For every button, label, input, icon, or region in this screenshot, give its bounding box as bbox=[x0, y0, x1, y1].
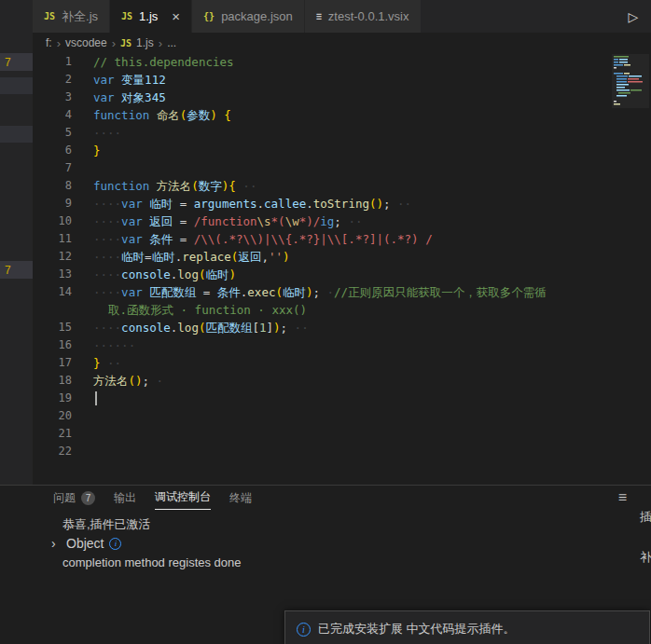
code-line[interactable]: ····var 匹配数组 = 条件.exec(临时); ·//正则原因只能获取一… bbox=[85, 283, 547, 301]
code-token: var bbox=[93, 73, 115, 87]
code-token: ) bbox=[229, 267, 236, 281]
line-number[interactable]: 2 bbox=[33, 71, 85, 89]
code-line[interactable]: function 命名(参数) { bbox=[85, 106, 231, 124]
panel-tab-terminal[interactable]: 终端 bbox=[229, 486, 252, 510]
line-number[interactable]: 3 bbox=[33, 89, 85, 106]
tab-label: package.json bbox=[221, 9, 293, 23]
line-number[interactable]: 20 bbox=[33, 407, 85, 425]
run-button[interactable]: ▷ bbox=[616, 0, 651, 33]
file-type-icon: ≡ bbox=[316, 11, 322, 21]
code-token: var bbox=[93, 90, 115, 104]
panel-tab-label: 终端 bbox=[229, 490, 252, 506]
code-line[interactable]: ····console.log(匹配数组[1]); ·· bbox=[85, 319, 309, 336]
breadcrumb-item[interactable]: vscodee bbox=[65, 36, 107, 49]
breadcrumb-item[interactable]: f: bbox=[46, 36, 52, 49]
tab-package-json[interactable]: {}package.json bbox=[192, 0, 305, 33]
code-token: · bbox=[149, 374, 163, 388]
console-object-row[interactable]: › Object i bbox=[51, 534, 651, 553]
console-text: 恭喜,插件已激活 bbox=[62, 516, 151, 533]
code-token: var bbox=[121, 232, 143, 246]
code-line[interactable]: } bbox=[85, 142, 101, 159]
line-number[interactable]: 15 bbox=[33, 319, 85, 336]
line-number[interactable]: 6 bbox=[33, 142, 85, 159]
panel-menu-icon[interactable]: ≡ bbox=[618, 489, 627, 505]
panel-tab-debug-console[interactable]: 调试控制台 bbox=[155, 486, 211, 510]
line-number[interactable] bbox=[33, 301, 85, 319]
panel-tab-output[interactable]: 输出 bbox=[114, 486, 136, 510]
code-line[interactable]: ····var 临时 = arguments.callee.toString()… bbox=[85, 195, 411, 212]
line-number[interactable]: 13 bbox=[33, 266, 85, 283]
line-number[interactable]: 11 bbox=[33, 230, 85, 248]
line-number[interactable]: 10 bbox=[33, 212, 85, 230]
vscode-window: 77 JS补全.jsJS1.js×{}package.json≡ztest-0.… bbox=[0, 0, 651, 644]
breadcrumb-item[interactable]: 1.js bbox=[136, 36, 154, 49]
code-token: ·· bbox=[287, 321, 309, 335]
tab-buquan-js[interactable]: JS补全.js bbox=[33, 0, 110, 33]
code-token: ] bbox=[267, 321, 274, 335]
code-line[interactable]: ····临时=临时.replace(返回,'') bbox=[85, 248, 290, 266]
tab-label: 1.js bbox=[139, 9, 158, 23]
code-line[interactable]: 方法名(); · bbox=[85, 372, 163, 390]
code-row: 15····console.log(匹配数组[1]); ·· bbox=[33, 319, 651, 336]
line-number[interactable]: 17 bbox=[33, 354, 85, 372]
code-row: 11····var 条件 = /\\(.*?\\)|\\{.*?}|\\[.*?… bbox=[33, 230, 651, 248]
code-line[interactable] bbox=[85, 390, 93, 407]
code-token: 匹配数组 bbox=[205, 321, 252, 335]
tab-1-js[interactable]: JS1.js× bbox=[110, 0, 192, 33]
code-line[interactable]: ····var 条件 = /\\(.*?\\)|\\{.*?}|\\[.*?]|… bbox=[85, 230, 433, 248]
code-line[interactable]: } ·· bbox=[85, 354, 121, 372]
line-number[interactable]: 7 bbox=[33, 159, 85, 177]
minimap[interactable] bbox=[612, 54, 649, 110]
explorer-strip: 77 bbox=[0, 0, 33, 485]
breadcrumb-item[interactable]: ... bbox=[167, 36, 176, 49]
code-token: = bbox=[196, 285, 217, 299]
code-line[interactable] bbox=[85, 425, 93, 443]
line-number[interactable]: 12 bbox=[33, 248, 85, 266]
code-line[interactable]: var 对象345 bbox=[85, 89, 166, 106]
code-line[interactable]: ····var 返回 = /function\s*(\w*)/ig; ·· bbox=[85, 212, 362, 230]
code-line[interactable]: function 方法名(数字){ ·· bbox=[85, 177, 256, 195]
line-number[interactable]: 9 bbox=[33, 195, 85, 212]
code-area: 1// this.dependencies2var 变量1123var 对象34… bbox=[33, 53, 651, 460]
line-number[interactable]: 21 bbox=[33, 425, 85, 443]
panel-actions[interactable]: ≡ bbox=[618, 489, 627, 506]
debug-console-content: 恭喜,插件已激活 › Object i completion method re… bbox=[0, 510, 651, 571]
line-number[interactable]: 14 bbox=[33, 283, 85, 301]
explorer-row[interactable] bbox=[0, 77, 33, 94]
code-line[interactable]: 取.函数形式 · function · xxx() bbox=[85, 301, 307, 319]
expand-chevron-icon[interactable]: › bbox=[51, 536, 61, 551]
code-token: //正则原因只能获取一个，获取多个需循 bbox=[334, 285, 547, 299]
explorer-row[interactable]: 7 bbox=[0, 261, 33, 279]
line-number[interactable]: 16 bbox=[33, 336, 85, 354]
code-token: ·· bbox=[341, 214, 363, 228]
code-line[interactable]: ······ bbox=[85, 336, 135, 354]
code-token: ···· bbox=[93, 197, 121, 211]
explorer-row[interactable] bbox=[0, 126, 33, 143]
line-number[interactable]: 22 bbox=[33, 443, 85, 460]
line-number[interactable]: 18 bbox=[33, 372, 85, 390]
code-row: 9····var 临时 = arguments.callee.toString(… bbox=[33, 195, 651, 212]
code-line[interactable]: // this.dependencies bbox=[85, 53, 234, 71]
code-token: arguments bbox=[194, 197, 257, 211]
close-icon[interactable]: × bbox=[172, 9, 180, 23]
line-number[interactable]: 8 bbox=[33, 177, 85, 195]
code-token: 数字 bbox=[199, 179, 222, 193]
code-token: replace bbox=[182, 250, 231, 264]
line-number[interactable]: 4 bbox=[33, 106, 85, 124]
notification-toast[interactable]: i 已完成安装扩展 中文代码提示插件。 bbox=[284, 610, 650, 644]
code-line[interactable] bbox=[85, 407, 93, 425]
code-token: () bbox=[129, 374, 143, 388]
panel-tab-problems[interactable]: 问题7 bbox=[53, 486, 95, 510]
code-line[interactable]: var 变量112 bbox=[85, 71, 166, 89]
code-editor[interactable]: 1// this.dependencies2var 变量1123var 对象34… bbox=[33, 53, 651, 485]
explorer-row[interactable]: 7 bbox=[0, 53, 33, 71]
line-number[interactable]: 1 bbox=[33, 53, 85, 71]
code-line[interactable]: ···· bbox=[85, 124, 121, 142]
code-token: console bbox=[121, 267, 171, 281]
code-line[interactable] bbox=[85, 159, 93, 177]
code-line[interactable]: ····console.log(临时) bbox=[85, 266, 236, 283]
tab-ztest-vsix[interactable]: ≡ztest-0.0.1.vsix bbox=[305, 0, 422, 33]
line-number[interactable]: 19 bbox=[33, 390, 85, 407]
code-line[interactable] bbox=[85, 443, 93, 460]
line-number[interactable]: 5 bbox=[33, 124, 85, 142]
